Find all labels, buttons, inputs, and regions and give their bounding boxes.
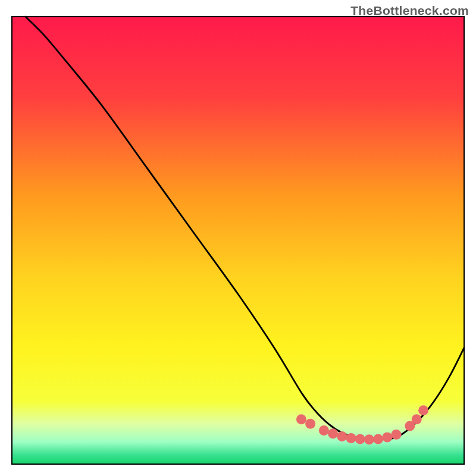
gradient-background [12, 17, 464, 464]
marker-dot [328, 428, 338, 439]
marker-dot [346, 433, 356, 443]
marker-dot [296, 414, 306, 424]
marker-dot [337, 431, 347, 441]
marker-dot [355, 434, 365, 444]
chart-stage: TheBottleneck.com [0, 0, 476, 476]
marker-dot [382, 432, 392, 442]
marker-dot [319, 425, 329, 436]
marker-dot [392, 430, 402, 440]
marker-dot [364, 434, 374, 444]
watermark-label: TheBottleneck.com [350, 4, 469, 18]
marker-dot [412, 414, 422, 424]
bottleneck-chart [0, 0, 476, 476]
marker-dot [418, 405, 428, 415]
marker-dot [373, 434, 383, 444]
marker-dot [305, 419, 315, 429]
